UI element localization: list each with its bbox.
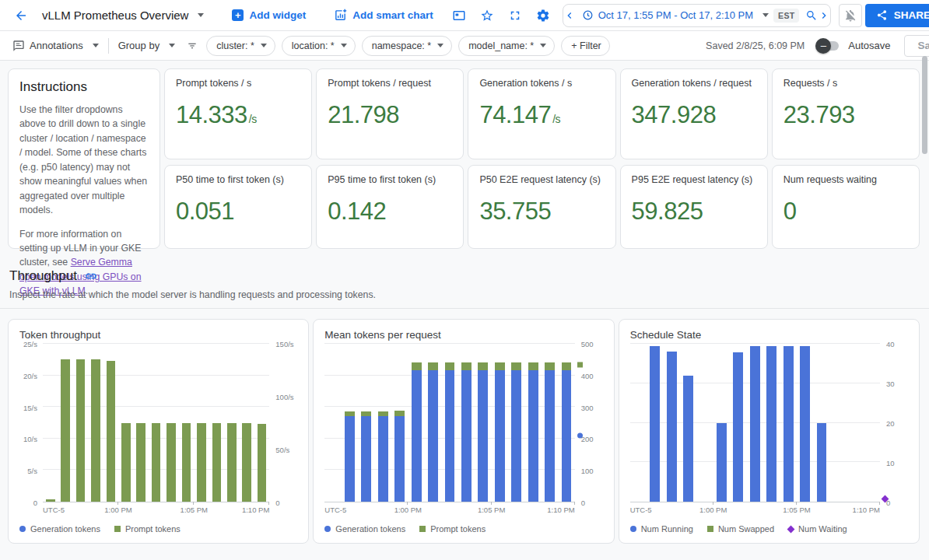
chart-legend: Num RunningNum SwappedNum Waiting	[630, 523, 908, 535]
bar-segment-generation-tokens	[528, 370, 538, 502]
legend-item-num-swapped[interactable]: Num Swapped	[707, 524, 774, 534]
bar-segment-num-running	[766, 346, 777, 502]
bar-segment-generation-tokens	[378, 416, 388, 502]
scorecard-label: P95 time to first token (s)	[328, 174, 452, 185]
bar-segment-prompt-tokens	[212, 423, 222, 502]
scorecard-value: 59.825	[632, 198, 756, 226]
settings-button[interactable]	[531, 4, 555, 27]
legend-item-generation-tokens[interactable]: Generation tokens	[324, 524, 405, 534]
bar-segment-generation-tokens	[428, 370, 438, 502]
notifications-mute-button[interactable]	[839, 4, 862, 27]
save-button[interactable]: Save	[904, 35, 929, 57]
timezone-badge[interactable]: EST	[773, 9, 799, 23]
chart-title: Token throughput	[19, 329, 297, 341]
time-range-selector[interactable]: Oct 17, 1:55 PM - Oct 17, 2:10 PM EST	[576, 5, 806, 26]
legend-item-prompt-tokens[interactable]: Prompt tokens	[114, 524, 181, 534]
instructions-link-paragraph: For more information on setting up vLLM …	[19, 227, 149, 299]
notifications-off-icon	[843, 9, 857, 23]
bar-segment-prompt-tokens	[61, 359, 70, 502]
back-button[interactable]	[9, 4, 33, 27]
chart-title: Schedule State	[630, 329, 908, 341]
share-button[interactable]: Share	[865, 4, 929, 27]
scorecard-value: 0	[784, 198, 908, 226]
scorecard-label: P95 E2E request latency (s)	[632, 174, 756, 185]
page-title: vLLM Prometheus Overview	[42, 9, 188, 22]
scorecard-prompt-tokens-s[interactable]: Prompt tokens / s14.333/s	[164, 68, 312, 159]
dashboard-body: Instructions Use the filter dropdowns ab…	[0, 61, 929, 560]
time-back-button[interactable]	[563, 5, 576, 26]
legend-item-num-waiting[interactable]: Num Waiting	[788, 524, 847, 534]
settings-gear-icon	[536, 9, 550, 23]
bar-segment-generation-tokens	[545, 370, 555, 502]
add-widget-button[interactable]: + Add widget	[224, 5, 314, 26]
scorecard-generation-tokens-request[interactable]: Generation tokens / request347.928	[620, 68, 768, 159]
chart-card-token-throughput: Token throughput05/s10/s15/s20/s25/s050/…	[8, 319, 309, 544]
scorecard-label: Generation tokens / request	[632, 78, 756, 89]
page-scrollbar[interactable]	[922, 56, 927, 154]
scorecard-num-requests-waiting[interactable]: Num requests waiting0	[772, 165, 920, 249]
x-axis-labels: UTC-51:00 PM1:05 PM1:10 PM	[19, 505, 297, 516]
bar-segment-prompt-tokens	[121, 423, 131, 502]
bar-segment-num-running	[717, 423, 727, 502]
slideshow-button[interactable]	[447, 4, 471, 27]
scorecard-requests-s[interactable]: Requests / s23.793	[772, 68, 920, 159]
fullscreen-button[interactable]	[503, 4, 527, 27]
filter-chip-cluster[interactable]: cluster: *	[206, 36, 275, 56]
chart-card-schedule-state: Schedule State010203040UTC-51:00 PM1:05 …	[619, 319, 920, 544]
filter-chip-location[interactable]: location: *	[282, 36, 356, 56]
bar-segment-prompt-tokens	[91, 359, 100, 502]
bar-segment-prompt-tokens	[495, 362, 505, 369]
autosave-toggle[interactable]: –	[819, 41, 839, 51]
bar-segment-num-running	[733, 352, 743, 502]
chevron-left-icon	[563, 9, 576, 22]
add-smart-chart-button[interactable]: Add smart chart	[326, 4, 441, 26]
filter-chip-namespace[interactable]: namespace: *	[362, 36, 452, 56]
chart-plot-schedule-state[interactable]	[630, 344, 880, 502]
bar-segment-prompt-tokens	[511, 362, 521, 369]
scorecard-value: 0.142	[328, 198, 452, 226]
chart-legend: Generation tokensPrompt tokens	[324, 523, 602, 535]
square-marker-icon	[707, 526, 713, 532]
filter-chip-model_name[interactable]: model_name: *	[458, 36, 555, 56]
chart-plot-mean-tokens-per-request[interactable]	[324, 344, 574, 502]
scorecard-p95-time-to-first-token-s[interactable]: P95 time to first token (s)0.142	[316, 165, 464, 249]
add-filter-chip[interactable]: + Filter	[561, 36, 610, 56]
filter-chip-caret-icon	[341, 44, 347, 47]
legend-item-prompt-tokens[interactable]: Prompt tokens	[419, 524, 486, 534]
scorecard-p50-e2e-request-latency-s[interactable]: P50 E2E request latency (s)35.755	[468, 165, 615, 249]
chart-bars	[43, 344, 269, 502]
scorecard-value: 21.798	[328, 101, 452, 129]
square-marker-icon	[419, 526, 426, 532]
bar-segment-prompt-tokens	[428, 362, 438, 369]
legend-item-generation-tokens[interactable]: Generation tokens	[19, 524, 100, 534]
annotations-button[interactable]: Annotations	[9, 37, 102, 55]
filter-list-icon	[186, 40, 198, 52]
bar-segment-prompt-tokens	[152, 423, 161, 502]
bar-segment-num-running	[650, 346, 660, 502]
bar-segment-num-running	[667, 352, 677, 502]
time-zoom-button[interactable]	[805, 5, 818, 26]
filter-list-button[interactable]	[184, 37, 200, 55]
bar-segment-prompt-tokens	[258, 424, 267, 502]
section-link-icon[interactable]	[85, 270, 97, 282]
chart-plot-token-throughput[interactable]	[43, 344, 269, 502]
scorecard-value: 0.051	[176, 198, 300, 226]
filter-toolbar: Annotations Group by cluster: *location:…	[0, 31, 929, 61]
group-by-button[interactable]: Group by	[115, 37, 178, 54]
scorecard-generation-tokens-s[interactable]: Generation tokens / s74.147/s	[468, 68, 615, 159]
annotations-caret-icon	[93, 44, 99, 47]
scorecard-value: 14.333/s	[176, 101, 300, 129]
circle-marker-icon	[630, 526, 636, 532]
scorecard-p95-e2e-request-latency-s[interactable]: P95 E2E request latency (s)59.825	[620, 165, 768, 249]
scorecard-prompt-tokens-request[interactable]: Prompt tokens / request21.798	[316, 68, 464, 159]
search-icon	[805, 9, 818, 22]
title-dropdown-caret-icon[interactable]	[198, 13, 204, 17]
legend-item-num-running[interactable]: Num Running	[630, 524, 693, 534]
scorecard-p50-time-to-first-token-s[interactable]: P50 time to first token (s)0.051	[164, 165, 312, 249]
y-axis-right: 010203040	[880, 344, 908, 502]
x-axis-labels: UTC-51:00 PM1:05 PM1:10 PM	[324, 505, 602, 516]
section-description: Inspect the rate at which the model serv…	[9, 289, 918, 300]
time-forward-button[interactable]	[818, 5, 830, 26]
bar-segment-prompt-tokens	[76, 359, 86, 502]
star-button[interactable]	[475, 4, 499, 27]
